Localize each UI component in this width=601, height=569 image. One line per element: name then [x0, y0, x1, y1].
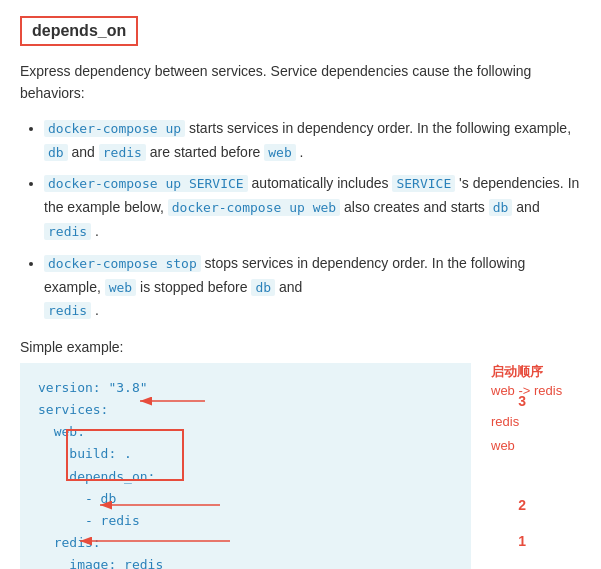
bullet-1-and: and — [72, 144, 99, 160]
code-line-3: web: — [38, 421, 453, 443]
code-block: version: "3.8" services: web: build: . d… — [20, 363, 471, 569]
code-line-6: - db — [38, 488, 453, 510]
simple-example-label: Simple example: — [20, 339, 581, 355]
code-wrapper: version: "3.8" services: web: build: . d… — [20, 363, 471, 569]
title-section: depends_on — [20, 16, 581, 60]
code-up-web: docker-compose up web — [168, 199, 340, 216]
bullet-1-rest: are started before — [150, 144, 264, 160]
startup-label: 启动顺序 — [491, 363, 581, 381]
behaviors-list: docker-compose up starts services in dep… — [44, 117, 581, 323]
bullet-1-text: starts services in dependency order. In … — [189, 120, 571, 136]
service-redis: redis — [491, 410, 581, 433]
annotation-3: 3 — [518, 393, 526, 409]
code-db-3: db — [251, 279, 275, 296]
bullet-2-text: automatically includes — [252, 175, 393, 191]
code-line-5: depends_on: — [38, 466, 453, 488]
code-web-1: web — [264, 144, 295, 161]
code-line-2: services: — [38, 399, 453, 421]
code-line-7: - redis — [38, 510, 453, 532]
code-db-2: db — [489, 199, 513, 216]
bullet-3: docker-compose stop stops services in de… — [44, 252, 581, 323]
bullet-2: docker-compose up SERVICE automatically … — [44, 172, 581, 243]
code-docker-compose-up: docker-compose up — [44, 120, 185, 137]
code-line-8: redis: — [38, 532, 453, 554]
code-redis-1: redis — [99, 144, 146, 161]
service-list: redis web — [491, 410, 581, 457]
right-panel: 启动顺序 web -> redis redis web — [491, 363, 581, 457]
code-web-2: web — [105, 279, 136, 296]
bullet-1: docker-compose up starts services in dep… — [44, 117, 581, 165]
code-db-1: db — [44, 144, 68, 161]
annotation-1: 1 — [518, 533, 526, 549]
service-web: web — [491, 434, 581, 457]
code-service: SERVICE — [392, 175, 455, 192]
annotation-2: 2 — [518, 497, 526, 513]
code-redis-2: redis — [44, 223, 91, 240]
code-line-9: image: redis — [38, 554, 453, 569]
code-up-service: docker-compose up SERVICE — [44, 175, 248, 192]
code-line-1: version: "3.8" — [38, 377, 453, 399]
page-title: depends_on — [20, 16, 138, 46]
example-container: version: "3.8" services: web: build: . d… — [20, 363, 581, 569]
code-line-4: build: . — [38, 443, 453, 465]
code-stop: docker-compose stop — [44, 255, 201, 272]
startup-order: web -> redis — [491, 383, 581, 398]
description-text: Express dependency between services. Ser… — [20, 60, 581, 105]
code-redis-3: redis — [44, 302, 91, 319]
